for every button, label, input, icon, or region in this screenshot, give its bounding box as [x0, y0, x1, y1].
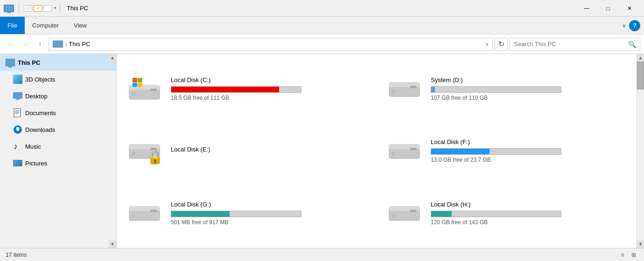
svg-text:♪: ♪	[14, 142, 18, 151]
drive-g-bar	[171, 211, 230, 217]
svg-rect-33	[132, 214, 135, 218]
svg-rect-32	[150, 210, 157, 212]
drive-h[interactable]: Local Disk (H:) 120 GB free of 143 GB	[377, 182, 637, 244]
svg-rect-15	[138, 78, 142, 82]
sidebar-label-3d: 3D Objects	[25, 76, 55, 83]
refresh-button[interactable]: ↻	[495, 38, 508, 51]
title-bar: 📄 ✓ ▼ This PC — □ ✕	[0, 0, 644, 17]
toolbar-dropdown[interactable]: ▼	[53, 6, 57, 10]
up-button[interactable]: ↑	[34, 38, 47, 51]
grid-view-button[interactable]: ⊞	[629, 250, 638, 260]
drive-c-info: Local Disk (C:) 18.5 GB free of 111 GB	[171, 76, 366, 101]
drive-f-name: Local Disk (F:)	[431, 138, 626, 145]
drive-d-icon	[387, 75, 424, 103]
help-button[interactable]: ?	[629, 20, 640, 31]
scroll-up-arrow[interactable]: ▲	[637, 54, 644, 62]
list-view-button[interactable]: ≡	[618, 250, 627, 260]
sidebar-item-pictures[interactable]: Pictures	[0, 155, 116, 172]
title-bar-icons: 📄 ✓ ▼	[4, 4, 57, 13]
path-dropdown-icon[interactable]: ∨	[485, 41, 489, 47]
tab-computer[interactable]: Computer	[25, 17, 66, 34]
main-area: ▲ This PC 3D Objects Desktop	[0, 54, 644, 248]
status-right: ≡ ⊞	[618, 250, 638, 260]
ribbon-right: ∨ ?	[622, 17, 644, 34]
svg-rect-8	[16, 127, 19, 129]
sidebar-scroll-up[interactable]: ▲	[109, 54, 116, 62]
sidebar-item-desktop[interactable]: Desktop	[0, 88, 116, 104]
forward-button[interactable]: →	[19, 38, 32, 51]
sidebar-item-3d-objects[interactable]: 3D Objects	[0, 71, 116, 88]
sidebar-label-this-pc: This PC	[18, 59, 40, 66]
scroll-thumb[interactable]	[637, 62, 644, 89]
drive-h-bar	[431, 211, 452, 217]
svg-rect-1	[16, 98, 20, 100]
drive-f-bar	[431, 149, 490, 154]
drive-c-free: 18.5 GB free of 111 GB	[171, 95, 366, 101]
close-button[interactable]: ✕	[619, 0, 640, 17]
drive-g-bar-container	[171, 211, 301, 217]
save-icon[interactable]: ✓	[34, 5, 42, 12]
drive-g-icon	[127, 199, 164, 227]
sidebar-label-downloads: Downloads	[25, 126, 55, 133]
drive-g[interactable]: Local Disk (G:) 501 MB free of 917 MB	[117, 182, 377, 244]
drive-g-info: Local Disk (G:) 501 MB free of 917 MB	[171, 201, 366, 226]
this-pc-icon	[6, 58, 15, 67]
drives-grid: Local Disk (C:) 18.5 GB free of 111 GB	[117, 54, 637, 248]
drive-f[interactable]: Local Disk (F:) 13.0 GB free of 23.7 GB	[377, 120, 637, 182]
item-count: 17 items	[6, 252, 27, 258]
drive-c-name: Local Disk (C:)	[171, 76, 366, 83]
scroll-track[interactable]	[637, 62, 644, 240]
sidebar-item-music[interactable]: ♪ Music	[0, 138, 116, 155]
sidebar-label-music: Music	[25, 143, 41, 150]
path-text: This PC	[69, 41, 90, 48]
svg-rect-29	[392, 152, 395, 156]
drive-h-name: Local Disk (H:)	[431, 201, 626, 208]
drive-h-bar-container	[431, 211, 561, 217]
drive-h-info: Local Disk (H:) 120 GB free of 143 GB	[431, 201, 626, 226]
drive-c-bar-container	[171, 86, 301, 93]
quick-access-toolbar: 📄 ✓ ▼	[24, 5, 57, 12]
svg-rect-13	[132, 92, 135, 96]
svg-rect-16	[133, 83, 137, 87]
sidebar-item-this-pc[interactable]: This PC	[0, 54, 116, 71]
svg-rect-4	[15, 112, 20, 113]
maximize-button[interactable]: □	[597, 0, 619, 17]
sidebar-item-documents[interactable]: Documents	[0, 104, 116, 121]
scroll-down-arrow[interactable]: ▼	[637, 240, 644, 248]
tab-file[interactable]: File	[0, 17, 25, 34]
address-path[interactable]: › This PC ∨	[49, 38, 493, 51]
svg-rect-25	[132, 152, 135, 156]
drive-h-icon	[387, 199, 424, 227]
svg-rect-3	[15, 110, 20, 111]
3d-objects-icon	[13, 75, 22, 84]
window-controls: — □ ✕	[576, 0, 640, 17]
drive-f-bar-container	[431, 148, 561, 155]
address-bar: ← → ↑ › This PC ∨ ↻ 🔍	[0, 34, 644, 54]
tab-view[interactable]: View	[66, 17, 94, 34]
svg-rect-28	[410, 148, 417, 150]
window-title: This PC	[67, 5, 576, 12]
drive-h-free: 120 GB free of 143 GB	[431, 219, 626, 226]
svg-rect-5	[15, 113, 18, 114]
drive-c-bar	[171, 87, 279, 92]
svg-rect-14	[133, 78, 137, 82]
properties-icon[interactable]: 📄	[24, 5, 32, 12]
drive-c[interactable]: Local Disk (C:) 18.5 GB free of 111 GB	[117, 58, 377, 120]
back-button[interactable]: ←	[4, 38, 17, 51]
drive-d[interactable]: System (D:) 107 GB free of 110 GB	[377, 58, 637, 120]
sidebar-item-downloads[interactable]: Downloads	[0, 121, 116, 138]
status-bar: 17 items ≡ ⊞	[0, 248, 644, 261]
svg-rect-2	[14, 109, 21, 117]
drive-d-info: System (D:) 107 GB free of 110 GB	[431, 76, 626, 101]
lock-icon: 🔒	[147, 151, 163, 164]
sidebar-scroll-down[interactable]: ▼	[109, 240, 116, 248]
content-scrollbar: ▲ ▼	[637, 54, 644, 248]
new-folder-icon[interactable]	[43, 5, 52, 12]
drive-e-info: Local Disk (E:)	[171, 146, 366, 156]
documents-icon	[13, 108, 22, 117]
drive-c-icon	[127, 75, 164, 103]
minimize-button[interactable]: —	[576, 0, 597, 17]
ribbon-collapse-icon[interactable]: ∨	[622, 22, 626, 29]
drive-e[interactable]: 🔒 Local Disk (E:)	[117, 120, 377, 182]
search-input[interactable]	[514, 41, 628, 48]
